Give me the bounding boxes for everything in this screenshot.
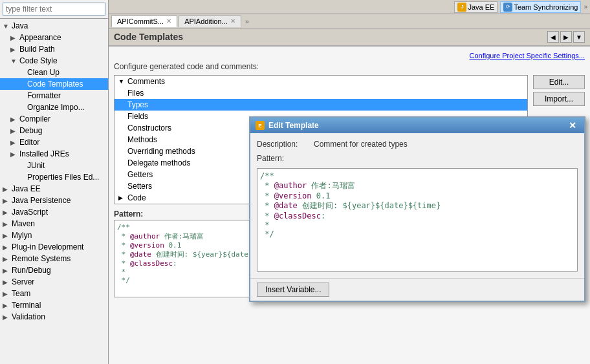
import-button[interactable]: Import... <box>533 92 585 106</box>
dialog-title-icon: E <box>256 121 265 130</box>
sidebar-item-validation[interactable]: ▶ Validation <box>0 311 108 323</box>
sidebar-item-organize-imports[interactable]: Organize Impo... <box>0 102 108 113</box>
tab-api-addition[interactable]: APIAddition... ✕ <box>179 16 241 27</box>
sidebar-item-maven[interactable]: ▶ Maven <box>0 218 108 230</box>
configure-project-link[interactable]: Configure Project Specific Settings... <box>114 52 585 59</box>
tree-row-label: Code <box>127 193 146 202</box>
sidebar-item-label: Run/Debug <box>12 266 51 275</box>
sidebar: ▼ Java ▶ Appearance ▶ Build Path ▼ Code … <box>0 0 109 364</box>
java-ee-button[interactable]: J Java EE <box>454 1 497 13</box>
sidebar-item-label: Server <box>12 277 34 286</box>
tree-row-files[interactable]: Files <box>115 87 527 99</box>
sidebar-item-formatter[interactable]: Formatter <box>0 90 108 102</box>
arrow-icon: ▶ <box>3 290 10 297</box>
sidebar-item-label: Appearance <box>19 33 61 42</box>
sidebar-item-label: JUnit <box>27 161 45 170</box>
sidebar-item-label: Code Style <box>19 56 58 65</box>
arrow-icon: ▶ <box>3 267 10 274</box>
nav-back-button[interactable]: ◀ <box>547 31 559 43</box>
sidebar-item-label: Debug <box>19 126 42 135</box>
sidebar-item-installed-jres[interactable]: ▶ Installed JREs <box>0 148 108 160</box>
main-container: ▼ Java ▶ Appearance ▶ Build Path ▼ Code … <box>0 0 590 364</box>
arrow-icon: ▶ <box>10 34 18 41</box>
sidebar-item-code-templates[interactable]: Code Templates <box>0 78 108 90</box>
arrow-icon: ▶ <box>3 232 10 239</box>
overflow-icon[interactable]: » <box>584 3 587 10</box>
sidebar-item-remote-systems[interactable]: ▶ Remote Systems <box>0 253 108 264</box>
sidebar-item-java-persistence[interactable]: ▶ Java Persistence <box>0 195 108 206</box>
dialog-titlebar: E Edit Template ✕ <box>250 118 584 133</box>
sidebar-item-label: Properties Files Ed... <box>27 173 99 182</box>
arrow-icon: ▶ <box>10 46 18 53</box>
tree-row-comments[interactable]: ▼ Comments <box>115 76 527 87</box>
tree-row-label: Types <box>127 100 148 109</box>
tree-row-label: Getters <box>127 170 153 179</box>
filter-input[interactable] <box>3 3 105 16</box>
pattern-dialog-code: /** * @author 作者:马瑞富 * @version 0.1 * @d… <box>260 171 441 239</box>
insert-variable-button[interactable]: Insert Variable... <box>257 283 329 297</box>
team-sync-button[interactable]: ⟳ Team Synchronizing <box>500 1 581 13</box>
java-ee-icon: J <box>457 3 466 12</box>
arrow-icon: ▶ <box>3 197 10 204</box>
description-value: Comment for created types <box>314 140 578 149</box>
dialog-close-button[interactable]: ✕ <box>566 120 579 131</box>
arrow-icon: ▶ <box>3 186 10 193</box>
arrow-icon: ▶ <box>3 255 10 262</box>
sidebar-item-editor[interactable]: ▶ Editor <box>0 136 108 148</box>
tab-close-icon[interactable]: ✕ <box>166 17 171 25</box>
nav-dropdown-button[interactable]: ▼ <box>573 31 585 43</box>
sidebar-item-junit[interactable]: JUnit <box>0 160 108 171</box>
sidebar-item-label: Clean Up <box>27 68 60 77</box>
nav-forward-button[interactable]: ▶ <box>560 31 572 43</box>
sidebar-item-label: Terminal <box>12 301 41 310</box>
sidebar-item-label: Remote Systems <box>12 254 71 263</box>
tab-close-icon[interactable]: ✕ <box>230 17 235 25</box>
sidebar-item-props-files[interactable]: Properties Files Ed... <box>0 171 108 183</box>
sidebar-item-javascript[interactable]: ▶ JavaScript <box>0 206 108 218</box>
sidebar-item-compiler[interactable]: ▶ Compiler <box>0 113 108 125</box>
tab-api-commit[interactable]: APICommitS... ✕ <box>111 16 177 27</box>
expand-icon: ▼ <box>118 78 125 85</box>
pattern-row-header: Pattern: <box>257 154 578 163</box>
arrow-icon: ▶ <box>3 209 10 216</box>
tree-row-label: Delegate methods <box>127 158 190 167</box>
sidebar-item-code-style[interactable]: ▼ Code Style <box>0 55 108 67</box>
sidebar-item-label: Team <box>12 289 30 298</box>
sidebar-item-plugin-dev[interactable]: ▶ Plug-in Development <box>0 241 108 253</box>
tab-label: APICommitS... <box>117 17 164 25</box>
team-sync-icon: ⟳ <box>503 3 512 12</box>
sidebar-item-java-ee[interactable]: ▶ Java EE <box>0 183 108 195</box>
sidebar-item-label: Editor <box>19 138 39 147</box>
sidebar-item-label: Maven <box>12 219 35 228</box>
panel-title: Code Templates <box>114 32 183 42</box>
sidebar-item-mylyn[interactable]: ▶ Mylyn <box>0 230 108 241</box>
dialog-title-text: Edit Template <box>268 121 562 130</box>
sidebar-item-java[interactable]: ▼ Java <box>0 20 108 32</box>
tree-row-label: Constructors <box>127 123 171 133</box>
sidebar-item-label: Organize Impo... <box>27 103 85 112</box>
configure-desc: Configure generated code and comments: <box>114 62 585 71</box>
sidebar-tree: ▼ Java ▶ Appearance ▶ Build Path ▼ Code … <box>0 19 108 364</box>
sidebar-item-run-debug[interactable]: ▶ Run/Debug <box>0 264 108 276</box>
sidebar-item-label: Java EE <box>12 184 41 193</box>
pattern-label-dialog: Pattern: <box>257 154 309 163</box>
panel-title-bar: Code Templates ◀ ▶ ▼ <box>109 28 590 47</box>
arrow-icon: ▶ <box>3 220 10 228</box>
arrow-icon: ▼ <box>10 58 18 65</box>
arrow-icon: ▶ <box>3 244 10 251</box>
sidebar-item-terminal[interactable]: ▶ Terminal <box>0 299 108 311</box>
sidebar-item-server[interactable]: ▶ Server <box>0 276 108 288</box>
sidebar-item-label: Java <box>12 21 28 30</box>
sidebar-item-team[interactable]: ▶ Team <box>0 288 108 299</box>
tree-row-types[interactable]: Types <box>115 99 527 111</box>
tabs-bar: APICommitS... ✕ APIAddition... ✕ » <box>109 14 590 28</box>
sidebar-item-build-path[interactable]: ▶ Build Path <box>0 43 108 55</box>
sidebar-item-appearance[interactable]: ▶ Appearance <box>0 32 108 43</box>
edit-button[interactable]: Edit... <box>533 75 585 89</box>
sidebar-item-clean-up[interactable]: Clean Up <box>0 67 108 78</box>
arrow-icon: ▶ <box>3 314 10 321</box>
tree-row-label: Overriding methods <box>127 147 195 156</box>
tab-overflow-icon[interactable]: » <box>243 17 252 25</box>
sidebar-item-debug[interactable]: ▶ Debug <box>0 125 108 136</box>
pattern-editor[interactable]: /** * @author 作者:马瑞富 * @version 0.1 * @d… <box>257 168 578 272</box>
